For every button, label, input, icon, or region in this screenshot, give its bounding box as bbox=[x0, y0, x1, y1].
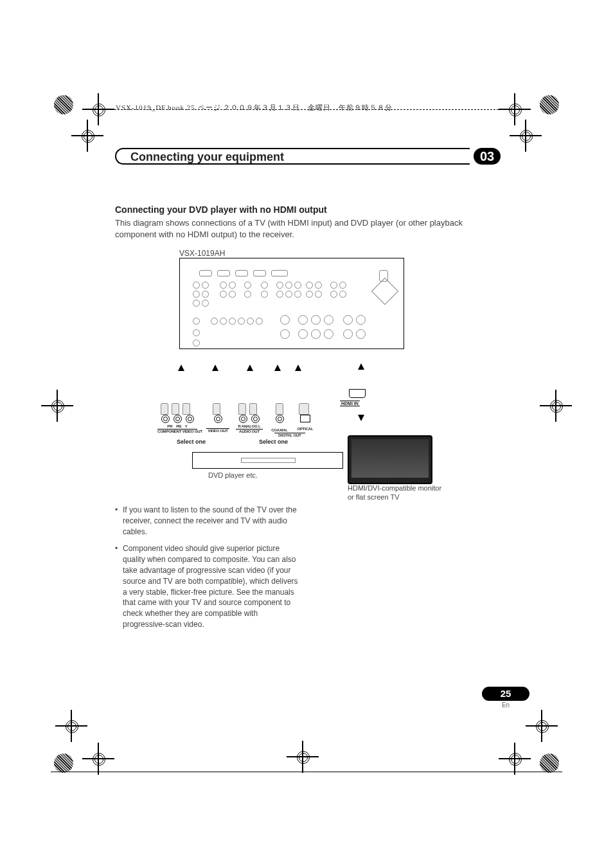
crop-mark bbox=[64, 719, 78, 733]
crop-ornament bbox=[540, 95, 559, 114]
crop-ornament bbox=[54, 95, 73, 114]
section-header: Connecting your equipment 03 bbox=[115, 148, 501, 165]
dvd-caption: DVD player etc. bbox=[208, 471, 258, 479]
crop-mark bbox=[80, 129, 94, 143]
crop-ornament bbox=[54, 754, 73, 773]
crop-mark bbox=[519, 129, 533, 143]
section-number: 03 bbox=[474, 148, 501, 165]
optical-out: OPTICAL bbox=[294, 415, 317, 431]
bullet-column: •If you want to listen to the sound of t… bbox=[115, 505, 301, 637]
select-one-left: Select one bbox=[177, 439, 206, 445]
subsection-heading: Connecting your DVD player with no HDMI … bbox=[115, 204, 501, 215]
bullet-text: If you want to listen to the sound of th… bbox=[123, 505, 301, 537]
bullet-text: Component video should give superior pic… bbox=[123, 543, 301, 629]
page-number: 25 bbox=[482, 687, 529, 701]
tv-caption: HDMI/DVI-compatible monitoror flat scree… bbox=[348, 484, 441, 502]
crop-mark bbox=[296, 750, 310, 764]
connection-diagram: VSX-1019AH bbox=[115, 249, 501, 493]
print-header: VSX-1019_DF.book 25 ページ ２００９年３月１３日 金曜日 午… bbox=[116, 103, 393, 113]
intro-text: This diagram shows connections of a TV (… bbox=[115, 217, 501, 240]
hdmi-in-label: HDMI IN bbox=[340, 401, 360, 406]
audio-out: R ANALOG L AUDIO OUT bbox=[235, 415, 264, 433]
page-lang: En bbox=[482, 701, 529, 709]
model-label: VSX-1019AH bbox=[179, 249, 225, 258]
dvd-player bbox=[192, 452, 343, 469]
crop-mark bbox=[91, 752, 105, 766]
receiver-rear-panel bbox=[179, 258, 404, 349]
crop-mark bbox=[508, 752, 522, 766]
bottom-rule bbox=[51, 772, 562, 773]
component-video-out: PR PB Y COMPONENT VIDEO OUT bbox=[155, 415, 200, 433]
crop-mark bbox=[549, 399, 563, 413]
section-title: Connecting your equipment bbox=[130, 150, 284, 163]
digital-out-label: DIGITAL OUT bbox=[274, 433, 305, 437]
coaxial-out: COAXIAL bbox=[268, 415, 291, 432]
tv-monitor bbox=[348, 435, 432, 484]
video-out: VIDEO OUT bbox=[205, 415, 231, 433]
crop-mark bbox=[535, 719, 549, 733]
page-badge: 25 En bbox=[482, 687, 529, 709]
select-one-right: Select one bbox=[259, 439, 288, 445]
hdmi-arrow-icon bbox=[358, 415, 364, 421]
crop-ornament bbox=[540, 754, 559, 773]
crop-mark bbox=[50, 399, 64, 413]
